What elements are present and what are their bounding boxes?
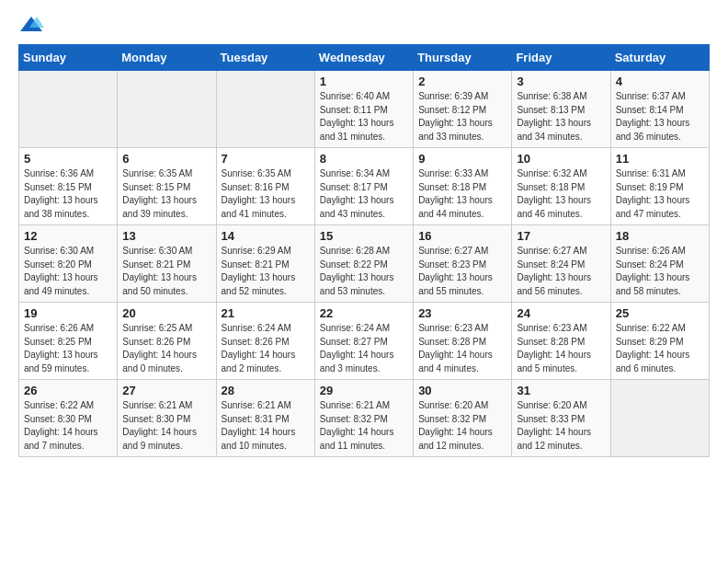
week-row-1: 1Sunrise: 6:40 AM Sunset: 8:11 PM Daylig… <box>19 71 710 148</box>
weekday-header-saturday: Saturday <box>610 45 709 71</box>
page: { "header": { "logo_general": "General",… <box>0 0 728 563</box>
calendar-cell: 7Sunrise: 6:35 AM Sunset: 8:16 PM Daylig… <box>216 148 314 225</box>
weekday-header-thursday: Thursday <box>414 45 512 71</box>
day-info: Sunrise: 6:36 AM Sunset: 8:15 PM Dayligh… <box>24 167 112 221</box>
calendar-cell: 19Sunrise: 6:26 AM Sunset: 8:25 PM Dayli… <box>19 303 118 380</box>
logo <box>18 15 48 35</box>
day-number: 5 <box>24 152 112 166</box>
calendar-cell: 30Sunrise: 6:20 AM Sunset: 8:32 PM Dayli… <box>414 380 512 457</box>
day-number: 24 <box>517 306 605 320</box>
day-info: Sunrise: 6:30 AM Sunset: 8:20 PM Dayligh… <box>24 245 112 298</box>
day-info: Sunrise: 6:21 AM Sunset: 8:31 PM Dayligh… <box>222 399 310 453</box>
day-info: Sunrise: 6:21 AM Sunset: 8:30 PM Dayligh… <box>122 399 210 453</box>
day-info: Sunrise: 6:22 AM Sunset: 8:29 PM Dayligh… <box>616 322 704 375</box>
calendar-cell: 31Sunrise: 6:20 AM Sunset: 8:33 PM Dayli… <box>512 380 610 457</box>
calendar-cell: 3Sunrise: 6:38 AM Sunset: 8:13 PM Daylig… <box>512 71 610 148</box>
day-info: Sunrise: 6:22 AM Sunset: 8:30 PM Dayligh… <box>24 399 112 453</box>
day-number: 8 <box>320 152 408 166</box>
weekday-header-monday: Monday <box>118 45 216 71</box>
calendar-cell: 5Sunrise: 6:36 AM Sunset: 8:15 PM Daylig… <box>19 148 118 225</box>
day-info: Sunrise: 6:35 AM Sunset: 8:15 PM Dayligh… <box>122 167 210 221</box>
calendar-cell: 12Sunrise: 6:30 AM Sunset: 8:20 PM Dayli… <box>19 225 118 303</box>
day-info: Sunrise: 6:33 AM Sunset: 8:18 PM Dayligh… <box>418 167 506 221</box>
week-row-2: 5Sunrise: 6:36 AM Sunset: 8:15 PM Daylig… <box>19 148 710 225</box>
calendar-cell: 23Sunrise: 6:23 AM Sunset: 8:28 PM Dayli… <box>414 303 512 380</box>
day-info: Sunrise: 6:28 AM Sunset: 8:22 PM Dayligh… <box>320 245 408 298</box>
calendar-cell <box>216 71 314 148</box>
day-number: 15 <box>320 229 408 243</box>
day-number: 25 <box>616 306 704 320</box>
day-info: Sunrise: 6:20 AM Sunset: 8:32 PM Dayligh… <box>418 399 506 453</box>
day-number: 1 <box>320 75 408 88</box>
calendar-cell: 8Sunrise: 6:34 AM Sunset: 8:17 PM Daylig… <box>314 148 413 225</box>
day-info: Sunrise: 6:26 AM Sunset: 8:25 PM Dayligh… <box>24 322 112 375</box>
week-row-4: 19Sunrise: 6:26 AM Sunset: 8:25 PM Dayli… <box>19 303 710 380</box>
header <box>18 15 710 35</box>
day-info: Sunrise: 6:40 AM Sunset: 8:11 PM Dayligh… <box>320 90 408 144</box>
day-info: Sunrise: 6:29 AM Sunset: 8:21 PM Dayligh… <box>222 245 310 298</box>
day-info: Sunrise: 6:34 AM Sunset: 8:17 PM Dayligh… <box>320 167 408 221</box>
weekday-header-wednesday: Wednesday <box>314 45 413 71</box>
calendar-cell: 21Sunrise: 6:24 AM Sunset: 8:26 PM Dayli… <box>216 303 314 380</box>
day-number: 19 <box>24 306 112 320</box>
calendar-cell: 24Sunrise: 6:23 AM Sunset: 8:28 PM Dayli… <box>512 303 610 380</box>
day-number: 6 <box>122 152 210 166</box>
calendar-cell: 9Sunrise: 6:33 AM Sunset: 8:18 PM Daylig… <box>414 148 512 225</box>
day-number: 20 <box>122 306 210 320</box>
calendar-cell: 20Sunrise: 6:25 AM Sunset: 8:26 PM Dayli… <box>118 303 216 380</box>
calendar-cell <box>610 380 709 457</box>
day-info: Sunrise: 6:39 AM Sunset: 8:12 PM Dayligh… <box>418 90 506 144</box>
calendar-cell: 16Sunrise: 6:27 AM Sunset: 8:23 PM Dayli… <box>414 225 512 303</box>
weekday-header-friday: Friday <box>512 45 610 71</box>
day-number: 23 <box>418 306 506 320</box>
day-number: 17 <box>517 229 605 243</box>
day-number: 10 <box>517 152 605 166</box>
day-info: Sunrise: 6:23 AM Sunset: 8:28 PM Dayligh… <box>517 322 605 375</box>
calendar-table: SundayMondayTuesdayWednesdayThursdayFrid… <box>18 44 710 457</box>
calendar-cell: 15Sunrise: 6:28 AM Sunset: 8:22 PM Dayli… <box>314 225 413 303</box>
day-number: 27 <box>122 384 210 397</box>
calendar-cell: 27Sunrise: 6:21 AM Sunset: 8:30 PM Dayli… <box>118 380 216 457</box>
calendar-cell <box>19 71 118 148</box>
calendar-cell <box>118 71 216 148</box>
calendar-cell: 13Sunrise: 6:30 AM Sunset: 8:21 PM Dayli… <box>118 225 216 303</box>
weekday-header-tuesday: Tuesday <box>216 45 314 71</box>
day-number: 11 <box>616 152 704 166</box>
day-info: Sunrise: 6:35 AM Sunset: 8:16 PM Dayligh… <box>222 167 310 221</box>
day-number: 31 <box>517 384 605 397</box>
day-number: 28 <box>222 384 310 397</box>
weekday-header-row: SundayMondayTuesdayWednesdayThursdayFrid… <box>19 45 710 71</box>
day-number: 13 <box>122 229 210 243</box>
weekday-header-sunday: Sunday <box>19 45 118 71</box>
calendar-cell: 26Sunrise: 6:22 AM Sunset: 8:30 PM Dayli… <box>19 380 118 457</box>
calendar-cell: 11Sunrise: 6:31 AM Sunset: 8:19 PM Dayli… <box>610 148 709 225</box>
day-number: 22 <box>320 306 408 320</box>
day-info: Sunrise: 6:30 AM Sunset: 8:21 PM Dayligh… <box>122 245 210 298</box>
day-info: Sunrise: 6:24 AM Sunset: 8:27 PM Dayligh… <box>320 322 408 375</box>
day-info: Sunrise: 6:25 AM Sunset: 8:26 PM Dayligh… <box>122 322 210 375</box>
day-info: Sunrise: 6:27 AM Sunset: 8:24 PM Dayligh… <box>517 245 605 298</box>
day-info: Sunrise: 6:38 AM Sunset: 8:13 PM Dayligh… <box>517 90 605 144</box>
day-number: 26 <box>24 384 112 397</box>
calendar-cell: 2Sunrise: 6:39 AM Sunset: 8:12 PM Daylig… <box>414 71 512 148</box>
day-info: Sunrise: 6:26 AM Sunset: 8:24 PM Dayligh… <box>616 245 704 298</box>
calendar-cell: 17Sunrise: 6:27 AM Sunset: 8:24 PM Dayli… <box>512 225 610 303</box>
calendar-cell: 10Sunrise: 6:32 AM Sunset: 8:18 PM Dayli… <box>512 148 610 225</box>
day-number: 14 <box>222 229 310 243</box>
day-number: 7 <box>222 152 310 166</box>
week-row-5: 26Sunrise: 6:22 AM Sunset: 8:30 PM Dayli… <box>19 380 710 457</box>
calendar-cell: 22Sunrise: 6:24 AM Sunset: 8:27 PM Dayli… <box>314 303 413 380</box>
calendar-cell: 28Sunrise: 6:21 AM Sunset: 8:31 PM Dayli… <box>216 380 314 457</box>
day-number: 9 <box>418 152 506 166</box>
day-number: 12 <box>24 229 112 243</box>
calendar-cell: 4Sunrise: 6:37 AM Sunset: 8:14 PM Daylig… <box>610 71 709 148</box>
day-info: Sunrise: 6:24 AM Sunset: 8:26 PM Dayligh… <box>222 322 310 375</box>
day-info: Sunrise: 6:23 AM Sunset: 8:28 PM Dayligh… <box>418 322 506 375</box>
day-info: Sunrise: 6:32 AM Sunset: 8:18 PM Dayligh… <box>517 167 605 221</box>
calendar-cell: 1Sunrise: 6:40 AM Sunset: 8:11 PM Daylig… <box>314 71 413 148</box>
day-info: Sunrise: 6:31 AM Sunset: 8:19 PM Dayligh… <box>616 167 704 221</box>
calendar-cell: 6Sunrise: 6:35 AM Sunset: 8:15 PM Daylig… <box>118 148 216 225</box>
calendar-cell: 29Sunrise: 6:21 AM Sunset: 8:32 PM Dayli… <box>314 380 413 457</box>
day-number: 30 <box>418 384 506 397</box>
day-info: Sunrise: 6:37 AM Sunset: 8:14 PM Dayligh… <box>616 90 704 144</box>
